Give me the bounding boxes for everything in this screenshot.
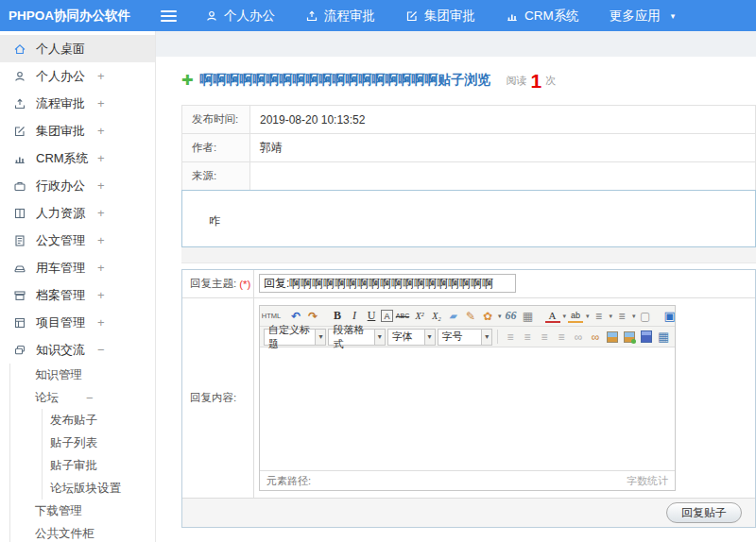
sidebar-item-archive-mgmt[interactable]: 档案管理 + [0,281,155,309]
chevron-down-icon[interactable]: ▾ [563,313,567,320]
expand-plus-icon[interactable]: + [97,178,105,193]
sidebar-item-crm-system[interactable]: CRM系统 + [0,144,155,172]
blockquote-icon[interactable]: 66 [504,308,519,324]
image-icon[interactable] [607,331,618,343]
reply-subject-input[interactable] [259,274,516,293]
chevron-down-icon[interactable]: ▾ [586,313,590,320]
paragraph-format-select[interactable]: 段落格式▾ [328,329,385,346]
required-mark: (*) [239,279,250,290]
sidebar-item-post-list[interactable]: 贴子列表 [43,432,155,454]
nav-more-apps[interactable]: 更多应用 ▾ [610,8,676,25]
nav-workflow-approval[interactable]: 流程审批 [305,8,375,25]
fill-color-icon[interactable]: ✿ [480,308,495,324]
sidebar-item-group-approval[interactable]: 集团审批 + [0,117,155,144]
expand-plus-icon[interactable]: + [97,261,105,275]
subscript-icon[interactable]: X₂ [429,308,444,324]
font-size-select[interactable]: 字号▾ [438,329,493,346]
italic-icon[interactable]: I [347,308,362,324]
new-page-icon[interactable]: ▢ [638,308,653,324]
reply-subject-label-cell: 回复主题: (*) [182,270,254,297]
editor-content-area[interactable] [260,347,675,470]
source-value [250,162,756,191]
sidebar: 个人桌面 个人办公 + 流程审批 + 集团审批 + CRM系统 + 行政办公 + [0,31,156,542]
sidebar-item-admin-office[interactable]: 行政办公 + [0,172,155,199]
expand-plus-icon[interactable]: + [97,69,105,83]
fullscreen-icon[interactable]: ▣ [662,308,678,324]
sidebar-item-personal-office[interactable]: 个人办公 + [0,62,155,90]
remove-format-icon[interactable]: ▰ [444,308,463,324]
font-family-select[interactable]: 字体▾ [387,329,436,346]
unordered-list-icon[interactable]: ≡ [614,308,629,324]
html-source-button[interactable]: HTML [264,308,279,324]
sidebar-item-project-mgmt[interactable]: 项目管理 + [0,309,155,336]
expand-plus-icon[interactable]: + [97,233,105,247]
link-icon[interactable]: ∞ [571,329,586,345]
font-color-icon[interactable]: A [545,310,560,323]
sidebar-item-vehicle-mgmt[interactable]: 用车管理 + [0,254,155,281]
bold-icon[interactable]: B [330,308,345,324]
reply-submit-button[interactable]: 回复贴子 [666,502,742,523]
table-row: 来源: [182,162,756,191]
chevron-down-icon[interactable]: ▾ [498,313,502,320]
sidebar-item-desktop[interactable]: 个人桌面 [0,35,155,62]
sidebar-item-workflow-approval[interactable]: 流程审批 + [0,90,155,117]
expand-plus-icon[interactable]: + [97,206,105,220]
custom-title-select[interactable]: 自定义标题▾ [264,329,326,346]
font-name-icon[interactable]: A [381,310,393,322]
expand-plus-icon[interactable]: + [97,151,105,165]
expand-plus-icon[interactable]: + [97,288,105,302]
word-count-label[interactable]: 字数统计 [627,474,668,488]
highlight-color-icon[interactable]: ab [568,310,583,323]
sidebar-item-forum-board-settings[interactable]: 论坛版块设置 [43,477,155,500]
underline-icon[interactable]: U [364,308,379,324]
superscript-icon[interactable]: X² [412,308,427,324]
collapse-minus-icon[interactable]: − [86,391,94,405]
sidebar-item-post-approval[interactable]: 贴子审批 [43,454,155,477]
align-justify-icon[interactable]: ≡ [554,329,569,345]
nav-group-approval[interactable]: 集团审批 [405,8,475,25]
chevron-down-icon: ▾ [315,330,325,345]
layers-icon [13,343,27,357]
sidebar-item-post-create[interactable]: 发布贴子 [43,409,155,432]
undo-icon[interactable]: ↶ [288,308,303,324]
sidebar-subitem-label: 公共文件柜 [35,526,94,542]
expand-plus-icon[interactable]: + [97,315,105,330]
sidebar-item-download-mgmt[interactable]: 下载管理 [10,500,155,522]
table-icon[interactable]: ▦ [656,329,671,345]
align-right-icon[interactable]: ≡ [537,329,552,345]
chevron-down-icon[interactable]: ▾ [610,313,613,320]
table-footer-strip [181,247,756,263]
chevron-down-icon[interactable]: ▾ [632,313,636,320]
unlink-icon[interactable]: ∞ [588,329,603,345]
align-left-icon[interactable]: ≡ [503,329,518,345]
post-content-text: 咋 [209,214,220,228]
app-header: PHPOA协同办公软件 个人办公 流程审批 集团审批 CRM系统 更多应用 ▾ [0,0,756,31]
expand-plus-icon[interactable]: + [97,96,105,110]
sidebar-item-knowledge-mgmt[interactable]: 知识管理 [10,364,155,386]
strikethrough-icon[interactable]: ABC [395,308,410,324]
expand-plus-icon[interactable]: + [97,124,105,138]
user-icon [13,69,27,83]
edit-icon [405,9,419,23]
media-icon[interactable] [641,330,652,343]
align-center-icon[interactable]: ≡ [520,329,535,345]
ordered-list-icon[interactable]: ≡ [592,308,607,324]
menu-icon[interactable] [161,10,177,22]
author-value: 郭靖 [250,134,756,162]
nav-personal-office[interactable]: 个人办公 [205,8,275,25]
nav-label: 集团审批 [424,8,475,25]
nav-crm-system[interactable]: CRM系统 [506,8,579,25]
insert-date-icon[interactable]: ▦ [521,308,536,324]
sidebar-item-document-mgmt[interactable]: 公文管理 + [0,227,155,254]
collapse-minus-icon[interactable]: − [97,343,105,357]
sidebar-item-public-file-cabinet[interactable]: 公共文件柜 [10,522,155,542]
add-icon[interactable]: ✚ [181,72,194,89]
chevron-down-icon: ▾ [424,330,435,345]
format-brush-icon[interactable]: ✎ [463,308,478,324]
sidebar-item-hr[interactable]: 人力资源 + [0,199,155,227]
sidebar-item-knowledge-exchange[interactable]: 知识交流 − [0,336,155,364]
reply-content-row: 回复内容: HTML ↶ ↷ B I [182,298,755,498]
sidebar-item-forum[interactable]: 论坛 − [10,386,155,409]
redo-icon[interactable]: ↷ [305,308,320,324]
insert-image-icon[interactable] [624,331,635,343]
